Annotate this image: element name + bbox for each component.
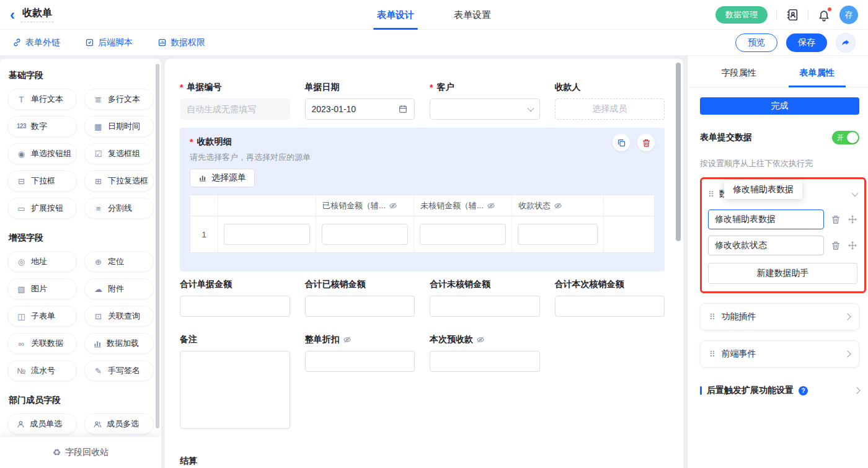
field-item-datetime[interactable]: ▦日期时间	[84, 116, 154, 137]
tab-field-properties[interactable]: 字段属性	[722, 59, 756, 87]
assistant-item-input-1[interactable]	[708, 210, 824, 229]
divider	[776, 9, 777, 20]
field-item-location[interactable]: ⊕定位	[84, 251, 154, 272]
field-recycle-bin[interactable]: ♻ 字段回收站	[0, 437, 161, 468]
discount-input[interactable]	[305, 351, 415, 372]
settlement-section[interactable]: 结算	[180, 456, 665, 468]
tab-form-properties[interactable]: 表单属性	[800, 59, 835, 87]
field-doc-number[interactable]: *单据编号	[180, 82, 290, 120]
back-icon[interactable]: ‹	[10, 7, 15, 22]
drag-handle-icon[interactable]: ⠿	[709, 350, 715, 358]
field-total-unwritten-off[interactable]: 合计未核销金额	[430, 279, 540, 317]
delete-item-icon[interactable]	[831, 241, 841, 250]
field-item-serial[interactable]: №流水号	[7, 360, 77, 381]
assistant-item-input-2[interactable]	[708, 236, 824, 255]
drag-handle-icon[interactable]: ⠿	[709, 313, 715, 321]
calendar-icon	[398, 104, 408, 114]
data-manage-button[interactable]: 数据管理	[715, 6, 768, 24]
total-doc-amount-input[interactable]	[180, 296, 290, 317]
field-payee[interactable]: 收款人 选择成员	[555, 82, 665, 120]
external-link-button[interactable]: 表单外链	[12, 37, 60, 48]
execution-order-hint: 按设置顺序从上往下依次执行完	[700, 158, 859, 169]
field-discount[interactable]: 整单折扣	[305, 334, 415, 431]
copy-field-button[interactable]	[613, 134, 630, 151]
field-total-written-off[interactable]: 合计已核销金额	[305, 279, 415, 317]
doc-date-input[interactable]: 2023-01-10	[305, 99, 415, 120]
field-item-attachment[interactable]: ☁附件	[84, 278, 154, 299]
doc-number-input[interactable]	[180, 99, 290, 120]
avatar[interactable]: 存	[839, 6, 858, 24]
delete-field-button[interactable]	[637, 134, 655, 151]
frontend-event-card[interactable]: ⠿ 前端事件	[700, 340, 859, 368]
plugin-card[interactable]: ⠿ 功能插件	[700, 303, 859, 330]
users-icon	[93, 420, 102, 429]
help-icon[interactable]: ?	[799, 386, 808, 395]
field-item-address[interactable]: ◎地址	[7, 251, 77, 272]
field-doc-date[interactable]: 单据日期 2023-01-10	[305, 82, 415, 120]
field-item-select[interactable]: ⊟下拉框	[7, 170, 77, 192]
field-item-extend-button[interactable]: ▭扩展按钮	[7, 198, 77, 219]
save-button[interactable]: 保存	[786, 33, 827, 52]
field-advance-payment[interactable]: 本次预收款	[430, 334, 540, 431]
backend-script-button[interactable]: 后端脚本	[85, 37, 133, 48]
move-item-icon[interactable]	[848, 214, 857, 224]
location-target-icon: ⊕	[93, 258, 104, 266]
field-item-lookup[interactable]: ⊡关联查询	[84, 306, 154, 327]
customer-select[interactable]	[430, 99, 540, 120]
field-item-checkbox-group[interactable]: ☑复选框组	[84, 143, 154, 164]
done-button[interactable]: 完成	[700, 97, 859, 115]
col-header-written-off[interactable]: 已核销金额（辅...	[316, 195, 414, 216]
field-item-single-text[interactable]: T单行文本	[7, 89, 77, 110]
data-assistant-card-header[interactable]: ⠿ 数 修改辅助表数据	[708, 185, 857, 203]
payment-detail-section[interactable]: *收款明细 请先选择客户，再选择对应的源单 选择源单 已核销金额（辅... 未核…	[180, 128, 665, 272]
field-item-data-load[interactable]: 数据加载	[84, 333, 154, 354]
delete-item-icon[interactable]	[831, 214, 841, 224]
payee-member-picker[interactable]: 选择成员	[555, 99, 665, 120]
detail-cell-input[interactable]	[420, 224, 506, 245]
field-item-divider[interactable]: ≡分割线	[84, 198, 154, 219]
field-customer[interactable]: *客户	[430, 82, 540, 120]
drag-handle-icon[interactable]: ⠿	[708, 190, 714, 198]
field-item-multi-text[interactable]: ≣多行文本	[84, 89, 154, 110]
tab-form-settings[interactable]: 表单设置	[454, 0, 491, 30]
canvas-scrollbar[interactable]	[676, 63, 681, 241]
field-item-number[interactable]: 123数字	[7, 116, 77, 137]
move-item-icon[interactable]	[848, 241, 857, 250]
total-written-off-input[interactable]	[305, 296, 415, 317]
field-item-image[interactable]: ▧图片	[7, 278, 77, 299]
page-title[interactable]: 收款单	[21, 7, 53, 22]
sidebar-scrollbar[interactable]	[156, 64, 159, 428]
detail-cell-input[interactable]	[322, 224, 408, 245]
recycle-icon: ♻	[53, 447, 61, 458]
chevron-down-icon[interactable]	[851, 190, 858, 196]
field-item-link-data[interactable]: ∞关联数据	[7, 333, 77, 354]
data-permission-button[interactable]: 数据权限	[157, 37, 205, 48]
field-item-multi-select[interactable]: ⊞下拉复选框	[84, 170, 154, 192]
total-unwritten-off-input[interactable]	[430, 296, 540, 317]
col-header-payment-status[interactable]: 收款状态	[512, 195, 604, 216]
notification-bell-icon[interactable]	[817, 8, 831, 22]
remark-textarea[interactable]	[180, 351, 290, 429]
advance-payment-input[interactable]	[430, 351, 540, 372]
detail-cell-input[interactable]	[224, 224, 310, 245]
field-total-doc-amount[interactable]: 合计单据金额	[180, 279, 290, 317]
col-header-unwritten-off[interactable]: 未核销金额（辅...	[414, 195, 512, 216]
field-item-subform[interactable]: ◫子表单	[7, 306, 77, 327]
field-item-signature[interactable]: ✎手写签名	[84, 360, 154, 381]
detail-cell-input[interactable]	[518, 224, 598, 245]
field-total-current-writeoff[interactable]: 合计本次核销金额	[555, 279, 665, 317]
field-item-radio-group[interactable]: ◉单选按钮组	[7, 143, 77, 164]
total-current-writeoff-input[interactable]	[555, 296, 665, 317]
contacts-book-icon[interactable]	[786, 8, 799, 22]
col-header-blank	[218, 195, 316, 216]
share-button[interactable]	[836, 33, 856, 53]
tab-form-design[interactable]: 表单设计	[377, 0, 414, 30]
select-source-button[interactable]: 选择源单	[190, 169, 255, 187]
field-remark[interactable]: 备注	[180, 334, 290, 431]
new-data-assistant-button[interactable]: 新建数据助手	[708, 263, 857, 284]
field-item-member-single[interactable]: 成员单选	[7, 413, 77, 435]
submit-data-toggle[interactable]: 开	[832, 131, 859, 144]
preview-button[interactable]: 预览	[735, 33, 777, 52]
field-item-member-multi[interactable]: 成员多选	[84, 413, 154, 435]
post-trigger-settings[interactable]: 后置触发扩展功能设置 ?	[700, 385, 859, 396]
